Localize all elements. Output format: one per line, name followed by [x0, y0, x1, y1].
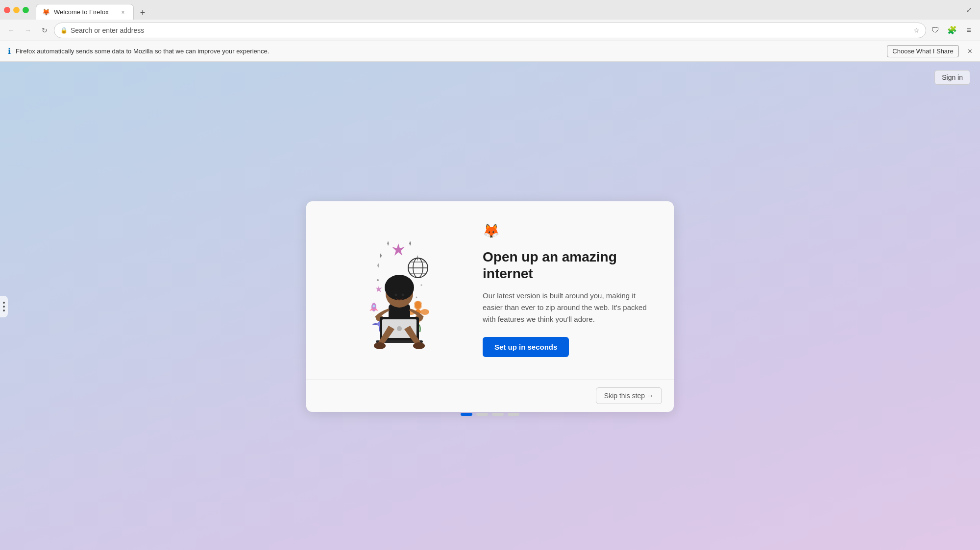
progress-dot-2: [476, 413, 488, 416]
page-content: Sign in: [0, 62, 980, 550]
sidebar-dot: [3, 310, 5, 311]
sign-in-button[interactable]: Sign in: [934, 70, 970, 85]
card-description: Our latest version is built around you, …: [483, 290, 654, 325]
svg-point-30: [416, 297, 417, 298]
title-bar: 🦊 Welcome to Firefox × + ⤢: [0, 0, 980, 20]
traffic-lights: [4, 7, 29, 13]
svg-point-29: [421, 285, 422, 286]
tab-bar: 🦊 Welcome to Firefox × +: [36, 0, 958, 20]
security-icon: 🔒: [60, 27, 68, 34]
toolbar-right: 🛡 🧩 ≡: [928, 23, 976, 38]
maximize-button[interactable]: [23, 7, 29, 13]
window-expand-button[interactable]: ⤢: [962, 3, 976, 17]
forward-button[interactable]: →: [21, 23, 35, 38]
card-wrapper: 🦊 Open up an amazing internet Our latest…: [306, 201, 674, 412]
sidebar-dot: [3, 302, 5, 304]
menu-button[interactable]: ≡: [961, 23, 976, 38]
address-bar[interactable]: 🔒 Search or enter address ☆: [54, 23, 926, 38]
shield-button[interactable]: 🛡: [928, 23, 943, 38]
svg-point-24: [397, 326, 402, 331]
card-title: Open up an amazing internet: [483, 249, 654, 282]
info-bar-close-button[interactable]: ×: [968, 47, 972, 56]
address-text: Search or enter address: [71, 26, 910, 34]
progress-dot-4: [508, 413, 519, 416]
svg-point-26: [374, 342, 386, 349]
svg-point-27: [413, 342, 425, 349]
window-controls: ⤢: [962, 3, 976, 17]
sidebar-dot: [3, 306, 5, 308]
active-tab[interactable]: 🦊 Welcome to Firefox ×: [36, 4, 134, 20]
close-button[interactable]: [4, 7, 10, 13]
welcome-card: 🦊 Open up an amazing internet Our latest…: [306, 201, 674, 412]
setup-button[interactable]: Set up in seconds: [483, 337, 569, 357]
progress-dots: [455, 407, 525, 422]
svg-point-19: [402, 294, 404, 296]
tab-favicon: 🦊: [42, 8, 50, 16]
bookmark-icon[interactable]: ☆: [913, 26, 920, 34]
welcome-illustration: [331, 221, 458, 359]
tab-title: Welcome to Firefox: [54, 8, 115, 16]
svg-point-18: [395, 294, 397, 296]
content-area: 🦊 Open up an amazing internet Our latest…: [483, 223, 654, 357]
card-body: 🦊 Open up an amazing internet Our latest…: [306, 201, 674, 379]
svg-point-28: [377, 279, 379, 281]
skip-step-button[interactable]: Skip this step →: [596, 387, 662, 404]
choose-what-i-share-button[interactable]: Choose What I Share: [887, 45, 958, 57]
back-button[interactable]: ←: [4, 23, 19, 38]
refresh-button[interactable]: ↻: [37, 23, 52, 38]
info-bar: ℹ Firefox automatically sends some data …: [0, 41, 980, 62]
new-tab-button[interactable]: +: [136, 6, 149, 20]
svg-point-14: [373, 305, 375, 308]
svg-point-17: [385, 275, 414, 300]
tab-close-button[interactable]: ×: [119, 8, 127, 17]
info-icon: ℹ: [8, 47, 11, 56]
firefox-logo-icon: 🦊: [483, 223, 654, 239]
illustration-area: [326, 221, 463, 359]
svg-point-9: [420, 309, 429, 315]
extensions-button[interactable]: 🧩: [945, 23, 959, 38]
minimize-button[interactable]: [13, 7, 20, 13]
progress-dot-3: [492, 413, 504, 416]
progress-dot-1: [461, 413, 472, 416]
toolbar: ← → ↻ 🔒 Search or enter address ☆ 🛡 🧩 ≡: [0, 20, 980, 41]
info-message: Firefox automatically sends some data to…: [16, 48, 882, 55]
sidebar-dots: [0, 296, 8, 317]
browser-chrome: 🦊 Welcome to Firefox × + ⤢ ← → ↻ 🔒 Searc…: [0, 0, 980, 62]
